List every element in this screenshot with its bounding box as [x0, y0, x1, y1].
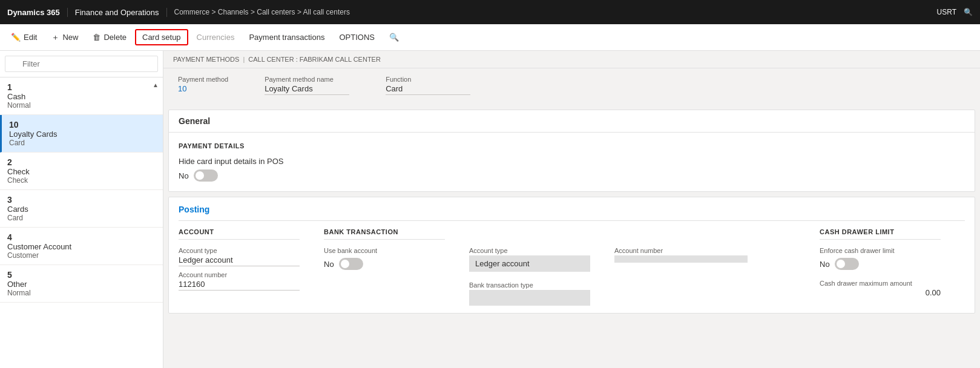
account-number-right-field: Account number	[614, 247, 748, 263]
enforce-limit-field: Enforce cash drawer limit No	[820, 247, 941, 270]
list-item[interactable]: 4 Customer Account Customer	[0, 228, 163, 265]
options-button[interactable]: OPTIONS	[333, 30, 381, 44]
enforce-limit-toggle[interactable]	[835, 258, 859, 270]
brand-label: Dynamics 365	[7, 8, 68, 17]
toggle-knob	[196, 171, 204, 180]
payment-method-field: Payment method 10	[178, 76, 228, 93]
main-layout: 🔍 ▲ 1 Cash Normal 10 Loyalty Cards Card …	[0, 51, 980, 368]
general-section: General PAYMENT DETAILS Hide card input …	[168, 110, 975, 192]
use-bank-account-field: Use bank account No	[324, 247, 445, 270]
user-label: USRT	[937, 8, 956, 16]
list-item[interactable]: 5 Other Normal	[0, 265, 163, 303]
account-type-right-field: Account type Ledger account	[469, 247, 590, 272]
payment-details-title: PAYMENT DETAILS	[179, 142, 965, 150]
list-item[interactable]: 3 Cards Card	[0, 190, 163, 228]
enforce-no-label: No	[820, 260, 830, 269]
account-type-right-group: SPACER Account type Ledger account Bank …	[469, 228, 590, 306]
toolbar-search-icon: 🔍	[389, 33, 399, 42]
general-section-header: General	[169, 110, 975, 133]
filter-input[interactable]	[5, 56, 158, 72]
enforce-limit-toggle-row: No	[820, 258, 941, 270]
posting-title: Posting	[169, 197, 975, 214]
bank-transaction-type-field: Bank transaction type	[469, 281, 590, 306]
nav-breadcrumb: Commerce > Channels > Call centers > All…	[167, 8, 357, 16]
filter-box: 🔍	[0, 51, 163, 77]
general-section-content: PAYMENT DETAILS Hide card input details …	[169, 133, 975, 191]
hide-card-toggle[interactable]	[194, 169, 218, 182]
form-header: Payment method 10 Payment method name Lo…	[163, 68, 980, 105]
list-item[interactable]: 2 Check Check	[0, 153, 163, 190]
use-bank-knob	[341, 260, 349, 268]
posting-section: Posting ACCOUNT Account type Ledger acco…	[168, 197, 975, 314]
posting-content: ACCOUNT Account type Ledger account Acco…	[169, 221, 975, 313]
left-panel: 🔍 ▲ 1 Cash Normal 10 Loyalty Cards Card …	[0, 51, 163, 368]
account-number-field: Account number 112160	[179, 271, 300, 291]
right-content: PAYMENT METHODS | CALL CENTER : FABRIKAM…	[163, 51, 980, 368]
app-label: Finance and Operations	[68, 8, 167, 17]
breadcrumb-part2: CALL CENTER : FABRIKAM CALL CENTER	[248, 56, 381, 63]
currencies-button[interactable]: Currencies	[191, 30, 241, 44]
use-bank-account-toggle-row: No	[324, 258, 445, 270]
hide-card-label: Hide card input details in POS	[179, 157, 965, 166]
hide-card-toggle-row: No	[179, 169, 965, 182]
hide-card-no-label: No	[179, 171, 189, 180]
toolbar: ✏️ Edit ＋ New 🗑 Delete Card setup Curren…	[0, 24, 980, 51]
enforce-knob	[837, 260, 845, 268]
list-item-selected[interactable]: 10 Loyalty Cards Card	[0, 115, 163, 153]
account-number-right-group: SPACER Account number	[614, 228, 748, 263]
top-nav: Dynamics 365 Finance and Operations Comm…	[0, 0, 980, 24]
breadcrumb-bar: PAYMENT METHODS | CALL CENTER : FABRIKAM…	[163, 51, 980, 68]
payment-transactions-button[interactable]: Payment transactions	[243, 30, 331, 44]
bank-transaction-group: BANK TRANSACTION Use bank account No	[324, 228, 445, 270]
list-container: ▲ 1 Cash Normal 10 Loyalty Cards Card 2 …	[0, 77, 163, 368]
new-button[interactable]: ＋ New	[45, 30, 84, 45]
plus-icon: ＋	[51, 32, 59, 43]
scroll-up-button[interactable]: ▲	[151, 80, 160, 90]
payment-method-name-field: Payment method name Loyalty Cards	[265, 76, 349, 95]
use-bank-no-label: No	[324, 260, 334, 269]
list-item[interactable]: 1 Cash Normal	[0, 77, 163, 115]
max-amount-field: Cash drawer maximum amount 0.00	[820, 280, 941, 297]
card-setup-button[interactable]: Card setup	[135, 29, 188, 45]
toolbar-search-button[interactable]: 🔍	[383, 30, 405, 44]
delete-button[interactable]: 🗑 Delete	[87, 30, 133, 44]
edit-button[interactable]: ✏️ Edit	[5, 30, 43, 44]
search-icon[interactable]: 🔍	[964, 8, 973, 16]
delete-icon: 🗑	[93, 33, 100, 42]
cash-drawer-group: CASH DRAWER LIMIT Enforce cash drawer li…	[820, 228, 941, 297]
account-type-field: Account type Ledger account	[179, 247, 300, 266]
function-field: Function Card	[386, 76, 470, 95]
edit-icon: ✏️	[11, 33, 21, 42]
use-bank-toggle[interactable]	[339, 258, 363, 270]
account-group: ACCOUNT Account type Ledger account Acco…	[179, 228, 300, 291]
breadcrumb-part1: PAYMENT METHODS	[173, 56, 239, 63]
breadcrumb-separator: |	[243, 56, 245, 63]
